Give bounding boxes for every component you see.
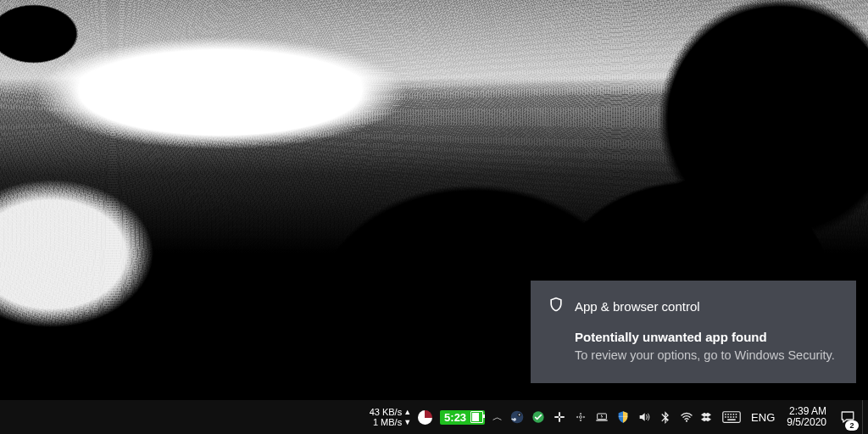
- clock-date: 9/5/2020: [787, 417, 826, 428]
- svg-rect-20: [725, 416, 726, 418]
- svg-rect-24: [736, 416, 737, 418]
- svg-rect-21: [727, 416, 729, 418]
- keyboard-icon[interactable]: [722, 410, 741, 424]
- svg-rect-9: [560, 416, 565, 418]
- laptop-charging-icon[interactable]: [595, 410, 609, 424]
- language-indicator[interactable]: ENG: [746, 411, 780, 424]
- svg-rect-19: [736, 414, 737, 415]
- windows-security-shield-icon[interactable]: [616, 410, 630, 424]
- svg-point-0: [511, 411, 524, 424]
- download-speed: 43 KB/s: [370, 407, 403, 417]
- upload-speed: 1 MB/s: [373, 417, 402, 427]
- up-arrow-icon: ▲: [403, 409, 411, 416]
- svg-rect-22: [731, 416, 732, 418]
- dropbox-icon[interactable]: [701, 410, 715, 424]
- wifi-icon[interactable]: [680, 410, 693, 424]
- svg-point-10: [580, 416, 582, 419]
- network-speed-meter[interactable]: 43 KB/s ▲ 1 MB/s ▼: [370, 407, 411, 427]
- svg-rect-8: [554, 416, 559, 418]
- notification-heading: Potentially unwanted app found: [575, 330, 837, 344]
- battery-time-remaining: 5:23: [442, 411, 469, 424]
- notification-count-badge: 2: [845, 420, 859, 431]
- taskbar: 43 KB/s ▲ 1 MB/s ▼ 5:23 ︿: [0, 400, 868, 434]
- down-arrow-icon: ▼: [403, 419, 411, 426]
- battery-icon: [470, 411, 483, 423]
- svg-rect-12: [596, 420, 607, 420]
- show-desktop-button[interactable]: [862, 400, 868, 434]
- battery-indicator[interactable]: 5:23: [440, 410, 485, 425]
- slack-icon[interactable]: [553, 410, 566, 424]
- action-center-button[interactable]: 2: [833, 400, 862, 434]
- svg-rect-17: [731, 414, 732, 415]
- system-tray: 5:23 ︿: [418, 410, 741, 425]
- svg-point-2: [519, 414, 520, 415]
- taskbar-clock[interactable]: 2:39 AM 9/5/2020: [780, 406, 833, 428]
- notification-source: App & browser control: [575, 299, 700, 314]
- svg-rect-16: [727, 414, 729, 415]
- sync-icon[interactable]: [574, 410, 587, 424]
- svg-rect-6: [559, 412, 560, 416]
- timer-pie-icon[interactable]: [418, 410, 432, 425]
- notification-body: Potentially unwanted app found To review…: [548, 330, 837, 364]
- bluetooth-icon[interactable]: [659, 410, 672, 424]
- svg-point-13: [686, 420, 687, 422]
- svg-rect-7: [559, 418, 560, 422]
- svg-rect-18: [733, 414, 735, 415]
- status-check-icon[interactable]: [531, 410, 545, 424]
- notification-header: App & browser control: [548, 296, 837, 316]
- shield-icon: [548, 296, 565, 316]
- svg-rect-23: [733, 416, 735, 418]
- steam-icon[interactable]: [510, 410, 524, 424]
- volume-icon[interactable]: [637, 410, 651, 424]
- svg-rect-25: [727, 419, 735, 420]
- svg-rect-15: [725, 414, 726, 415]
- notification-toast[interactable]: App & browser control Potentially unwant…: [531, 281, 856, 383]
- tray-overflow-chevron-icon[interactable]: ︿: [492, 410, 503, 425]
- notification-text: To review your options, go to Windows Se…: [575, 348, 837, 364]
